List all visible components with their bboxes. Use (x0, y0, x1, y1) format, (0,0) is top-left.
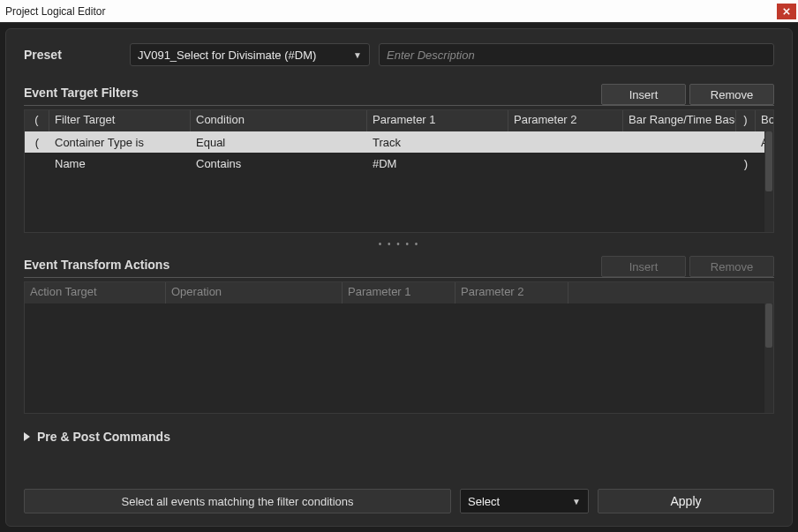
col-bar-range[interactable]: Bar Range/Time Base (623, 110, 736, 131)
col-bool[interactable]: Bool (756, 110, 773, 131)
triangle-right-icon (24, 432, 30, 441)
actions-thead: Action Target Operation Parameter 1 Para… (25, 282, 773, 303)
filters-scrollbar[interactable] (764, 131, 773, 232)
filters-header: Event Target Filters Insert Remove (24, 84, 774, 106)
table-row[interactable]: ( Container Type is Equal Track And (25, 131, 773, 153)
filters-title: Event Target Filters (24, 86, 139, 103)
filters-tbody: ( Container Type is Equal Track And Name… (25, 131, 773, 174)
preset-dropdown[interactable]: JV091_Select for Divisimate (#DM) ▼ (130, 43, 370, 66)
actions-header: Event Transform Actions Insert Remove (24, 256, 774, 278)
description-input[interactable] (379, 43, 774, 66)
filters-table: ( Filter Target Condition Parameter 1 Pa… (24, 109, 774, 233)
filters-thead: ( Filter Target Condition Parameter 1 Pa… (25, 110, 773, 131)
preset-value: JV091_Select for Divisimate (#DM) (138, 49, 316, 62)
chevron-down-icon: ▼ (572, 497, 581, 506)
actions-insert-button[interactable]: Insert (601, 256, 686, 277)
window-title: Project Logical Editor (5, 5, 105, 18)
close-button[interactable] (777, 4, 796, 19)
pane-divider[interactable]: • • • • • (24, 238, 774, 249)
col-operation[interactable]: Operation (166, 282, 343, 303)
function-value: Select (468, 495, 500, 508)
col-open-paren[interactable]: ( (25, 110, 49, 131)
col-parameter-2[interactable]: Parameter 2 (508, 110, 623, 131)
col-a-parameter-1[interactable]: Parameter 1 (343, 282, 455, 303)
scrollbar-thumb[interactable] (765, 303, 772, 348)
table-row[interactable]: Name Contains #DM ) (25, 153, 773, 174)
col-close-paren[interactable]: ) (736, 110, 756, 131)
chevron-down-icon: ▼ (353, 50, 362, 60)
filters-remove-button[interactable]: Remove (689, 84, 774, 105)
preset-row: Preset JV091_Select for Divisimate (#DM)… (24, 43, 774, 66)
apply-button[interactable]: Apply (598, 489, 774, 513)
close-icon (783, 8, 790, 15)
pre-post-toggle[interactable]: Pre & Post Commands (24, 430, 774, 444)
actions-remove-button[interactable]: Remove (689, 256, 774, 277)
filters-insert-button[interactable]: Insert (601, 84, 686, 105)
preset-label: Preset (24, 48, 121, 62)
function-description: Select all events matching the filter co… (24, 489, 451, 513)
scrollbar-thumb[interactable] (765, 131, 772, 191)
actions-title: Event Transform Actions (24, 258, 169, 275)
actions-scrollbar[interactable] (764, 303, 773, 413)
main-panel: Preset JV091_Select for Divisimate (#DM)… (5, 28, 793, 527)
col-condition[interactable]: Condition (191, 110, 367, 131)
col-filter-target[interactable]: Filter Target (49, 110, 191, 131)
col-parameter-1[interactable]: Parameter 1 (367, 110, 508, 131)
col-action-target[interactable]: Action Target (25, 282, 166, 303)
title-bar: Project Logical Editor (0, 0, 798, 23)
actions-table: Action Target Operation Parameter 1 Para… (24, 281, 774, 414)
function-dropdown[interactable]: Select ▼ (460, 489, 589, 513)
col-a-spacer (568, 282, 773, 303)
col-a-parameter-2[interactable]: Parameter 2 (455, 282, 568, 303)
pre-post-title: Pre & Post Commands (37, 430, 170, 444)
bottom-bar: Select all events matching the filter co… (24, 489, 774, 513)
